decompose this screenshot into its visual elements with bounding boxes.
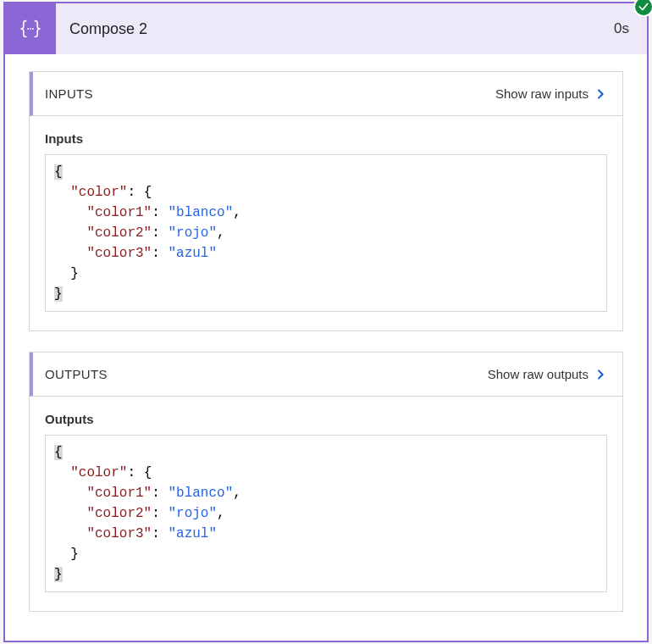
chevron-right-icon [594, 87, 607, 101]
outputs-subtitle: Outputs [45, 412, 607, 426]
compose-braces-icon [19, 17, 42, 41]
show-raw-outputs-label: Show raw outputs [488, 367, 588, 381]
compose-action-card: Compose 2 0s INPUTS Show raw inputs Inpu… [3, 2, 649, 642]
inputs-subtitle: Inputs [45, 131, 607, 146]
chevron-right-icon [594, 368, 607, 381]
card-title: Compose 2 [56, 3, 596, 54]
outputs-section: OUTPUTS Show raw outputs Outputs { "colo… [29, 352, 623, 612]
show-raw-inputs-link[interactable]: Show raw inputs [495, 86, 607, 101]
status-success-badge [633, 0, 652, 17]
outputs-section-body: Outputs { "color": { "color1": "blanco",… [30, 397, 622, 611]
outputs-json-box[interactable]: { "color": { "color1": "blanco", "color2… [45, 435, 607, 592]
inputs-section-body: Inputs { "color": { "color1": "blanco", … [30, 116, 622, 330]
inputs-section: INPUTS Show raw inputs Inputs { "color":… [29, 71, 623, 331]
card-body: INPUTS Show raw inputs Inputs { "color":… [5, 54, 647, 644]
svg-point-1 [30, 28, 31, 30]
check-icon [638, 1, 649, 13]
svg-point-2 [32, 28, 34, 30]
show-raw-inputs-label: Show raw inputs [495, 86, 588, 101]
svg-point-0 [27, 28, 29, 30]
compose-icon-box [5, 3, 56, 54]
inputs-json-box[interactable]: { "color": { "color1": "blanco", "color2… [45, 154, 607, 312]
inputs-section-header: INPUTS Show raw inputs [30, 72, 622, 116]
inputs-header-label: INPUTS [33, 86, 93, 101]
outputs-section-header: OUTPUTS Show raw outputs [30, 353, 622, 397]
show-raw-outputs-link[interactable]: Show raw outputs [488, 367, 607, 381]
card-header[interactable]: Compose 2 0s [5, 3, 647, 54]
outputs-header-label: OUTPUTS [33, 367, 108, 381]
